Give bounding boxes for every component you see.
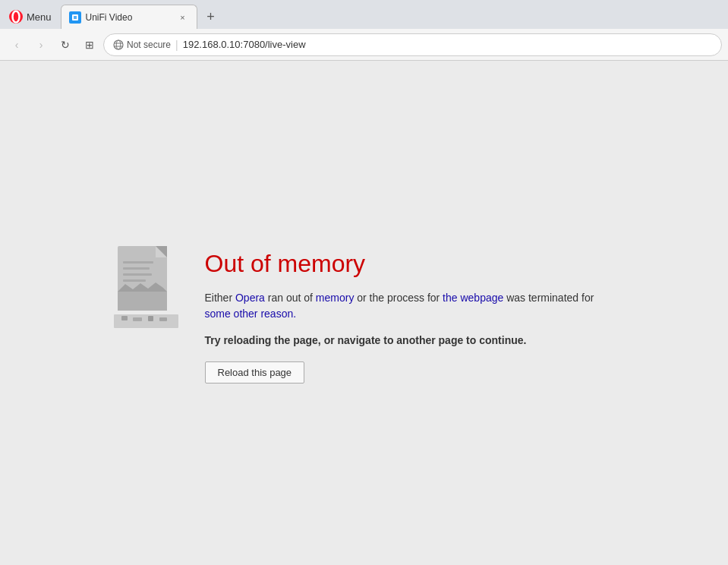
apps-button[interactable]: ⊞ (79, 34, 100, 55)
back-button[interactable]: ‹ (6, 34, 27, 55)
tab-title: UniFi Video (86, 12, 172, 23)
svg-rect-17 (121, 316, 128, 320)
error-description: Either Opera ran out of memory or the pr… (205, 290, 615, 322)
not-secure-label: Not secure (127, 39, 171, 50)
opera-menu-button[interactable]: Menu (0, 5, 61, 29)
error-container: Out of memory Either Opera ran out of me… (99, 227, 630, 399)
broken-document-icon (114, 242, 182, 330)
svg-rect-2 (72, 14, 78, 21)
opera-link: Opera (235, 292, 265, 304)
tab-bar: Menu UniFi Video × + (0, 0, 728, 29)
url-text: 192.168.0.10:7080/live-view (183, 39, 712, 50)
svg-rect-20 (159, 317, 167, 321)
tab-favicon (69, 11, 81, 24)
svg-rect-10 (118, 292, 167, 311)
active-tab[interactable]: UniFi Video × (61, 5, 197, 29)
browser-chrome: Menu UniFi Video × + ‹ › ↻ ⊞ (0, 0, 728, 61)
svg-rect-13 (123, 261, 153, 264)
tab-close-button[interactable]: × (177, 11, 189, 24)
new-tab-button[interactable]: + (200, 6, 222, 27)
svg-point-4 (116, 40, 121, 49)
svg-rect-19 (148, 316, 153, 321)
security-icon: Not secure (113, 39, 171, 50)
address-bar[interactable]: Not secure | 192.168.0.10:7080/live-view (103, 33, 722, 56)
tab-favicon-icon (71, 14, 79, 21)
forward-button[interactable]: › (30, 34, 52, 55)
svg-point-3 (114, 40, 123, 49)
error-suggestion: Try reloading the page, or navigate to a… (205, 334, 615, 346)
nav-bar: ‹ › ↻ ⊞ Not secure | 192.168.0.10:7080/l… (0, 29, 728, 61)
reload-this-page-button[interactable]: Reload this page (205, 361, 305, 384)
svg-rect-18 (133, 317, 142, 321)
error-icon (114, 242, 182, 333)
menu-label: Menu (27, 11, 52, 23)
page-content: Out of memory Either Opera ran out of me… (0, 61, 728, 565)
webpage-link2: webpage (460, 292, 503, 304)
reload-icon: ↻ (61, 39, 70, 51)
globe-icon (113, 39, 124, 50)
opera-logo-icon (9, 10, 23, 24)
error-title: Out of memory (205, 250, 615, 278)
apps-icon: ⊞ (85, 39, 94, 51)
webpage-link: the (443, 292, 457, 304)
forward-icon: › (39, 39, 43, 51)
back-icon: ‹ (15, 39, 19, 51)
svg-rect-14 (123, 267, 150, 270)
for-link: some other reason. (205, 308, 297, 320)
error-text-area: Out of memory Either Opera ran out of me… (205, 242, 615, 384)
svg-rect-15 (123, 273, 152, 276)
memory-link: memory (316, 292, 355, 304)
reload-button[interactable]: ↻ (55, 34, 76, 55)
svg-rect-16 (123, 279, 146, 282)
